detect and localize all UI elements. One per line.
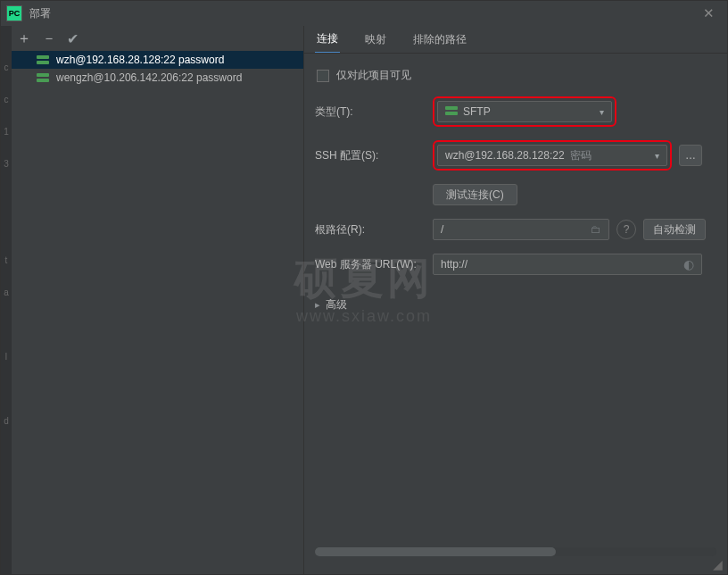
web-row: Web 服务器 URL(W): http:// ◐ (315, 254, 716, 275)
list-item[interactable]: wengzh@10.206.142.206:22 password (12, 69, 303, 87)
globe-icon[interactable]: ◐ (683, 257, 694, 271)
svg-rect-4 (445, 106, 458, 110)
type-row: 类型(T): SFTP ▾ (315, 96, 716, 127)
server-icon (37, 73, 49, 82)
horizontal-scrollbar[interactable] (315, 547, 716, 556)
root-path-input[interactable]: / 🗀 (433, 219, 609, 240)
remove-icon[interactable]: － (42, 29, 56, 48)
list-item[interactable]: wzh@192.168.28.128:22 password (12, 51, 303, 69)
titlebar: PC 部署 ✕ (1, 1, 727, 26)
root-label: 根路径(R): (315, 222, 433, 238)
tabs: 连接 映射 排除的路径 (304, 26, 727, 53)
highlight-type: SFTP ▾ (433, 96, 616, 127)
visible-only-label: 仅对此项目可见 (336, 68, 411, 83)
test-connection-button[interactable]: 测试连接(C) (433, 184, 517, 205)
root-row: 根路径(R): / 🗀 ? 自动检测 (315, 219, 716, 240)
server-icon (37, 55, 49, 64)
tab-excluded[interactable]: 排除的路径 (411, 27, 468, 53)
folder-icon[interactable]: 🗀 (591, 223, 601, 236)
help-icon[interactable]: ? (616, 220, 636, 239)
svg-rect-1 (37, 61, 49, 64)
web-url-input[interactable]: http:// ◐ (433, 254, 702, 275)
ssh-more-button[interactable]: … (679, 145, 702, 166)
root-path-value: / (441, 223, 443, 236)
ssh-select[interactable]: wzh@192.168.28.128:22 密码 ▾ (437, 145, 667, 166)
chevron-down-icon: ▾ (655, 151, 659, 161)
highlight-ssh: wzh@192.168.28.128:22 密码 ▾ (433, 140, 672, 171)
left-panel: ＋ － ✔ wzh@192.168.28.128:22 password wen… (12, 26, 304, 574)
server-list: wzh@192.168.28.128:22 password wengzh@10… (12, 51, 303, 574)
svg-rect-2 (37, 73, 49, 77)
advanced-label: 高级 (326, 297, 347, 312)
list-item-label: wengzh@10.206.142.206:22 password (56, 71, 242, 84)
tab-mapping[interactable]: 映射 (363, 27, 388, 53)
type-select[interactable]: SFTP ▾ (437, 101, 612, 122)
visible-only-checkbox[interactable] (317, 70, 329, 82)
list-toolbar: ＋ － ✔ (12, 26, 303, 51)
list-item-label: wzh@192.168.28.128:22 password (56, 54, 224, 66)
window-title: 部署 (29, 6, 696, 21)
web-url-value: http:// (441, 258, 467, 271)
close-icon[interactable]: ✕ (696, 5, 722, 21)
check-icon[interactable]: ✔ (67, 30, 79, 47)
web-label: Web 服务器 URL(W): (315, 257, 433, 272)
tab-connection[interactable]: 连接 (315, 26, 340, 54)
type-label: 类型(T): (315, 104, 433, 120)
type-value: SFTP (463, 105, 491, 118)
ssh-value: wzh@192.168.28.128:22 (445, 149, 565, 162)
auto-detect-button[interactable]: 自动检测 (643, 219, 706, 240)
right-panel: 连接 映射 排除的路径 仅对此项目可见 类型(T): (304, 26, 727, 574)
add-icon[interactable]: ＋ (17, 29, 31, 48)
svg-rect-5 (445, 112, 458, 115)
svg-rect-0 (37, 55, 49, 59)
sftp-icon (445, 105, 458, 118)
ssh-row: SSH 配置(S): wzh@192.168.28.128:22 密码 ▾ … (315, 140, 716, 171)
ssh-label: SSH 配置(S): (315, 148, 433, 163)
editor-gutter: cc13taId (1, 26, 12, 574)
triangle-right-icon: ▸ (315, 299, 320, 311)
ssh-suffix: 密码 (570, 148, 592, 163)
chevron-down-icon: ▾ (600, 107, 604, 117)
visible-only-row: 仅对此项目可见 (315, 68, 716, 83)
svg-rect-3 (37, 79, 49, 82)
resize-grip[interactable]: ◢ (713, 560, 724, 571)
scrollbar-thumb[interactable] (315, 547, 556, 556)
test-row: 测试连接(C) (315, 184, 716, 205)
advanced-toggle[interactable]: ▸ 高级 (315, 292, 716, 312)
pycharm-icon: PC (6, 5, 22, 21)
